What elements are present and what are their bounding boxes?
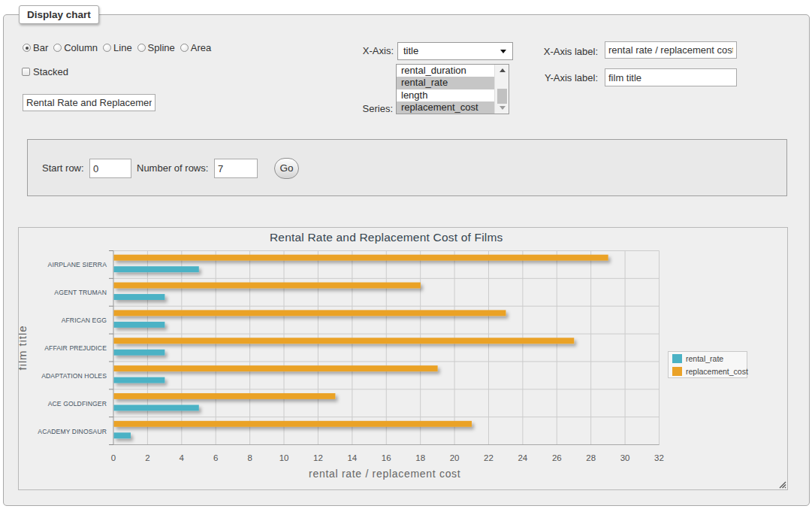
go-button[interactable]: Go xyxy=(274,158,299,179)
chart-title: Rental Rate and Replacement Cost of Film… xyxy=(270,231,503,244)
radio-label: Line xyxy=(113,42,132,53)
scrollbar-thumb[interactable] xyxy=(497,89,507,104)
legend-label: rental_rate xyxy=(686,354,723,363)
start-row-label: Start row: xyxy=(42,159,84,178)
chart-legend: rental_ratereplacement_cost xyxy=(668,351,747,378)
x-tick-label: 6 xyxy=(213,453,218,462)
radio-bar[interactable] xyxy=(23,44,31,52)
bar-replacement_cost-ace-goldfinger[interactable] xyxy=(114,393,336,399)
x-tick-label: 24 xyxy=(518,453,527,462)
display-chart-panel: Display chart BarColumnLineSplineArea St… xyxy=(3,14,810,506)
series-listbox[interactable]: rental_durationrental_ratelengthreplacem… xyxy=(396,64,509,114)
series-option-rental_rate[interactable]: rental_rate xyxy=(397,77,494,89)
x-tick-label: 14 xyxy=(347,453,357,462)
x-tick-label: 18 xyxy=(415,453,425,462)
y-axis-label-caption: Y-Axis label: xyxy=(537,72,598,83)
chart-type-option-spline[interactable]: Spline xyxy=(137,42,175,53)
scroll-up-icon[interactable] xyxy=(495,65,509,76)
category-label: AFRICAN EGG xyxy=(62,317,107,324)
x-tick-label: 0 xyxy=(111,453,116,462)
x-axis-label-input[interactable] xyxy=(605,41,737,59)
legend-item: rental_rate xyxy=(672,354,747,363)
listbox-scrollbar[interactable] xyxy=(494,65,509,114)
dropdown-arrow-icon xyxy=(500,50,506,53)
x-tick-label: 28 xyxy=(586,453,596,462)
chart-type-option-area[interactable]: Area xyxy=(180,42,211,53)
x-tick-label: 12 xyxy=(313,453,323,462)
x-tick-label: 4 xyxy=(180,453,185,462)
radio-label: Area xyxy=(191,42,211,53)
chart-type-option-line[interactable]: Line xyxy=(103,42,132,53)
scroll-down-icon[interactable] xyxy=(495,102,509,114)
x-axis-label: X-Axis: xyxy=(334,45,394,56)
legend-label: replacement_cost xyxy=(686,367,748,376)
y-axis-label-input[interactable] xyxy=(605,68,737,86)
radio-spline[interactable] xyxy=(137,44,146,52)
chart-container: AIRPLANE SIERRAAGENT TRUMANAFRICAN EGGAF… xyxy=(18,227,788,490)
legend-item: replacement_cost xyxy=(672,367,747,376)
radio-column[interactable] xyxy=(53,44,62,52)
resize-handle-icon[interactable] xyxy=(777,480,786,489)
x-axis-title: rental rate / replacement cost xyxy=(309,468,460,480)
chart-type-option-bar[interactable]: Bar xyxy=(23,42,48,53)
legend-swatch-rental_rate xyxy=(672,354,682,363)
series-option-replacement_cost[interactable]: replacement_cost xyxy=(397,101,494,114)
x-tick-label: 32 xyxy=(654,453,664,462)
x-axis-select-value: title xyxy=(403,45,418,56)
bar-replacement_cost-affair-prejudice[interactable] xyxy=(114,338,575,344)
radio-label: Spline xyxy=(148,42,175,53)
x-tick-label: 8 xyxy=(247,453,252,462)
rows-control-box: Start row: Number of rows: Go xyxy=(27,139,787,196)
chart-title-input[interactable] xyxy=(23,94,155,111)
bar-rental_rate-airplane-sierra[interactable] xyxy=(114,266,199,272)
chart-type-radio-group: BarColumnLineSplineArea xyxy=(23,42,216,53)
legend-swatch-replacement_cost xyxy=(672,367,682,376)
x-tick-label: 22 xyxy=(484,453,494,462)
category-label: ADAPTATION HOLES xyxy=(41,372,107,380)
number-of-rows-label: Number of rows: xyxy=(137,159,208,178)
bar-replacement_cost-african-egg[interactable] xyxy=(114,310,506,316)
page: Display chart BarColumnLineSplineArea St… xyxy=(0,0,812,512)
stacked-checkbox[interactable] xyxy=(22,68,30,76)
panel-legend: Display chart xyxy=(19,5,99,24)
bar-rental_rate-academy-dinosaur[interactable] xyxy=(114,432,131,438)
radio-area[interactable] xyxy=(180,44,189,52)
x-tick-label: 30 xyxy=(620,453,630,462)
x-axis-select[interactable]: title xyxy=(397,42,513,60)
bar-rental_rate-ace-goldfinger[interactable] xyxy=(114,404,199,411)
x-tick-label: 26 xyxy=(552,453,562,462)
bar-replacement_cost-academy-dinosaur[interactable] xyxy=(114,421,472,427)
category-label: AFFAIR PREJUDICE xyxy=(44,344,107,352)
category-label: AIRPLANE SIERRA xyxy=(48,261,107,268)
x-tick-label: 16 xyxy=(382,453,391,462)
radio-line[interactable] xyxy=(103,44,111,52)
bar-rental_rate-affair-prejudice[interactable] xyxy=(114,350,165,356)
radio-label: Column xyxy=(64,42,98,53)
radio-label: Bar xyxy=(33,42,48,53)
stacked-option[interactable]: Stacked xyxy=(22,66,68,77)
x-tick-label: 10 xyxy=(279,453,289,462)
series-option-rental_duration[interactable]: rental_duration xyxy=(397,65,494,77)
x-tick-label: 20 xyxy=(450,453,460,462)
series-label: Series: xyxy=(333,103,393,114)
category-label: ACE GOLDFINGER xyxy=(48,400,107,407)
bar-rental_rate-adaptation-holes[interactable] xyxy=(114,377,165,383)
stacked-label: Stacked xyxy=(33,66,68,77)
bar-rental_rate-agent-truman[interactable] xyxy=(114,294,165,300)
number-of-rows-input[interactable] xyxy=(214,159,258,178)
chart-type-option-column[interactable]: Column xyxy=(53,42,98,53)
bar-replacement_cost-agent-truman[interactable] xyxy=(114,283,421,289)
bar-replacement_cost-adaptation-holes[interactable] xyxy=(114,365,438,371)
category-label: ACADEMY DINOSAUR xyxy=(38,428,107,435)
y-axis-title: film title xyxy=(19,326,29,371)
x-tick-label: 2 xyxy=(145,453,149,462)
x-axis-label-caption: X-Axis label: xyxy=(537,46,598,57)
category-label: AGENT TRUMAN xyxy=(54,289,107,296)
series-option-length[interactable]: length xyxy=(397,89,494,101)
start-row-input[interactable] xyxy=(89,159,131,178)
bar-rental_rate-african-egg[interactable] xyxy=(114,322,165,328)
bar-replacement_cost-airplane-sierra[interactable] xyxy=(114,255,608,261)
